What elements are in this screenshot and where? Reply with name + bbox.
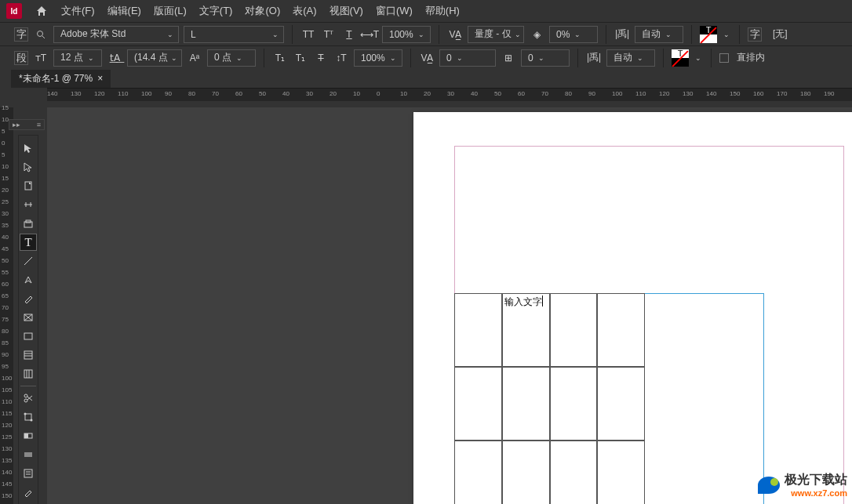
- table-row[interactable]: [454, 367, 645, 441]
- document-tabs: *未命名-1 @ 77% ×: [0, 69, 852, 88]
- table-object[interactable]: 输入文字: [454, 293, 645, 504]
- pencil-tool[interactable]: [20, 290, 37, 307]
- document-canvas[interactable]: 输入文字 极光下载站 www.xz7.com: [47, 107, 852, 504]
- pen-tool[interactable]: [20, 271, 37, 288]
- chevron-down-icon: ⌄: [271, 31, 280, 38]
- gradient-feather-tool[interactable]: [20, 446, 37, 463]
- selection-tool[interactable]: [20, 140, 37, 157]
- table-cell[interactable]: [454, 441, 502, 504]
- line-tool[interactable]: [20, 252, 37, 270]
- svg-rect-29: [24, 470, 32, 477]
- baseline-combo[interactable]: 0% ⌄: [549, 26, 598, 43]
- tracking-combo[interactable]: 0 点 ⌄: [207, 49, 256, 67]
- table-cell[interactable]: [597, 441, 645, 504]
- char-style-combo[interactable]: [无]: [766, 26, 810, 43]
- type-tool[interactable]: T: [20, 234, 37, 251]
- document-tab[interactable]: *未命名-1 @ 77% ×: [11, 70, 111, 88]
- font-size-combo[interactable]: 12 点 ⌄: [53, 49, 102, 67]
- table-row[interactable]: [454, 441, 645, 504]
- leading-value: (14.4 点: [131, 51, 171, 64]
- menu-view[interactable]: 视图(V): [330, 4, 363, 18]
- svg-rect-2: [25, 182, 31, 190]
- scale-h-icon: ⟷T: [362, 27, 377, 42]
- menu-type[interactable]: 文字(T): [199, 4, 233, 18]
- home-icon[interactable]: [35, 4, 49, 18]
- scale-h-combo[interactable]: 100% ⌄: [382, 26, 431, 43]
- divider: [663, 49, 664, 67]
- gap-tool[interactable]: [20, 196, 37, 213]
- menu-window[interactable]: 窗口(W): [376, 4, 413, 18]
- table-cell[interactable]: 输入文字: [502, 293, 550, 367]
- rectangle-tool[interactable]: [20, 328, 37, 345]
- eyedropper-tool[interactable]: [20, 484, 37, 501]
- leading-icon: t͟A͟: [107, 50, 122, 66]
- table-cell[interactable]: [597, 367, 645, 441]
- svg-rect-23: [25, 414, 31, 420]
- close-icon[interactable]: ×: [97, 73, 103, 84]
- table-cell[interactable]: [502, 441, 550, 504]
- paragraph-row-label[interactable]: 段: [14, 51, 28, 65]
- table-cell[interactable]: [454, 367, 502, 441]
- direct-selection-tool[interactable]: [20, 158, 37, 176]
- note-tool[interactable]: [20, 465, 37, 482]
- content-collector-tool[interactable]: [20, 215, 37, 232]
- table-row[interactable]: 输入文字: [454, 293, 645, 367]
- horizontal-grid-tool[interactable]: [20, 346, 37, 364]
- subscript-icon[interactable]: T₁: [293, 50, 308, 66]
- table-cell[interactable]: [550, 367, 598, 441]
- menu-file[interactable]: 文件(F): [61, 4, 95, 18]
- page-tool[interactable]: [20, 177, 37, 194]
- horizontal-ruler[interactable]: 1401301201101009080706050403020100102030…: [47, 88, 852, 101]
- baseline-shift-up-icon: Aª: [187, 50, 202, 66]
- svg-point-20: [24, 399, 27, 402]
- superscript-icon[interactable]: T₁: [272, 50, 288, 66]
- chevron-down-icon: ⌄: [515, 31, 521, 38]
- chevron-down-icon[interactable]: ⌄: [722, 31, 731, 38]
- svg-line-21: [27, 397, 32, 401]
- table-cell[interactable]: [597, 293, 645, 367]
- chevron-down-icon[interactable]: ⌄: [694, 54, 703, 62]
- auto1-combo[interactable]: 自动 ⌄: [635, 26, 683, 43]
- straight-text-checkbox[interactable]: [719, 53, 729, 63]
- underline-icon[interactable]: T: [341, 27, 357, 42]
- scale-v-combo[interactable]: 100% ⌄: [354, 49, 402, 67]
- table-cell[interactable]: [502, 367, 550, 441]
- kerning-combo[interactable]: 量度 - 仅 ⌄: [468, 26, 524, 43]
- menu-layout[interactable]: 版面(L): [154, 4, 187, 18]
- scissors-tool[interactable]: [20, 390, 37, 407]
- font-size-value: 12 点: [57, 51, 86, 64]
- character-row-label[interactable]: 字: [14, 27, 28, 42]
- divider: [691, 25, 692, 44]
- svg-rect-16: [24, 370, 32, 378]
- search-font-icon[interactable]: [33, 27, 49, 42]
- text-cursor: [542, 296, 543, 306]
- free-transform-tool[interactable]: [20, 408, 37, 426]
- allcaps-icon[interactable]: TT: [300, 27, 316, 42]
- vertical-ruler[interactable]: 1510505101520253035404550556065707580859…: [0, 107, 13, 504]
- auto2-combo[interactable]: 自动 ⌄: [606, 49, 655, 67]
- menu-edit[interactable]: 编辑(E): [107, 4, 141, 18]
- font-style-combo[interactable]: L ⌄: [184, 26, 284, 43]
- fill-stroke-indicator[interactable]: T: [700, 26, 717, 43]
- vertical-grid-tool[interactable]: [20, 365, 37, 383]
- menu-table[interactable]: 表(A): [293, 4, 316, 18]
- svg-rect-13: [24, 351, 32, 359]
- panel-toggle[interactable]: ▸▸ ≡: [9, 119, 45, 130]
- rectangle-frame-tool[interactable]: [20, 309, 37, 326]
- fill-stroke-indicator-2[interactable]: T: [672, 49, 689, 67]
- menu-help[interactable]: 帮助(H): [425, 4, 460, 18]
- smallcaps-icon[interactable]: Tᵀ: [321, 27, 337, 42]
- gradient-swatch-tool[interactable]: [20, 427, 37, 444]
- leading-combo[interactable]: (14.4 点 ⌄: [127, 49, 182, 67]
- baseline-num-combo[interactable]: 0 ⌄: [521, 49, 570, 67]
- strikethrough-icon[interactable]: T: [313, 50, 329, 66]
- table-cell[interactable]: [454, 293, 502, 367]
- menu-object[interactable]: 对象(O): [245, 4, 280, 18]
- table-cell[interactable]: [550, 293, 598, 367]
- divider: [739, 25, 740, 44]
- kern-num-combo[interactable]: 0 ⌄: [439, 49, 496, 67]
- chevron-down-icon: ⌄: [417, 31, 426, 38]
- scale-v-value: 100%: [358, 53, 388, 63]
- table-cell[interactable]: [550, 441, 598, 504]
- font-family-combo[interactable]: Adobe 宋体 Std ⌄: [53, 26, 179, 43]
